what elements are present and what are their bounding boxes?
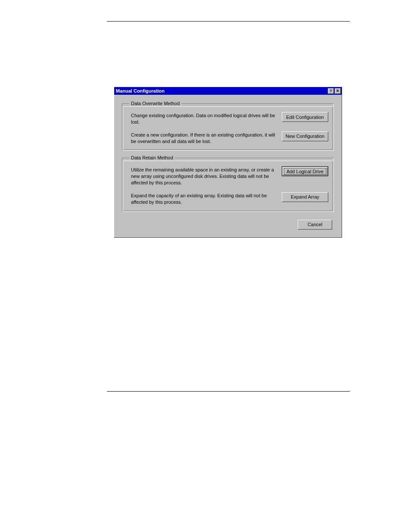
button-label: Cancel — [308, 222, 322, 227]
dialog-title: Manual Configuration — [116, 88, 327, 93]
add-logical-drive-button[interactable]: Add Logical Drive — [282, 166, 328, 176]
help-button[interactable]: ? — [328, 88, 334, 94]
page-rule-top — [107, 21, 350, 22]
new-configuration-row: Create a new configuration. If there is … — [128, 131, 328, 145]
button-label: Edit Configuration — [286, 115, 324, 120]
edit-configuration-text: Change existing configuration. Data on m… — [128, 112, 277, 125]
button-label: Expand Array — [291, 194, 319, 199]
cancel-button[interactable]: Cancel — [298, 220, 332, 230]
close-icon: ✕ — [336, 89, 339, 93]
edit-configuration-button[interactable]: Edit Configuration — [282, 112, 328, 122]
page-rule-bottom — [107, 391, 350, 392]
data-overwrite-method-group: Data Overwrite Method Change existing co… — [122, 101, 334, 151]
help-icon: ? — [330, 89, 332, 93]
dialog-body: Data Overwrite Method Change existing co… — [114, 95, 342, 237]
manual-configuration-dialog: Manual Configuration ? ✕ Data Overwrite … — [114, 87, 342, 238]
data-retain-method-group: Data Retain Method Utilize the remaining… — [122, 155, 334, 212]
expand-array-row: Expand the capacity of an existing array… — [128, 192, 328, 205]
new-configuration-button[interactable]: New Configuration — [282, 131, 328, 141]
group-legend: Data Overwrite Method — [129, 101, 181, 106]
titlebar: Manual Configuration ? ✕ — [114, 87, 342, 95]
new-configuration-text: Create a new configuration. If there is … — [128, 131, 277, 145]
button-label: Add Logical Drive — [286, 169, 324, 174]
dialog-footer: Cancel — [122, 216, 334, 230]
add-logical-drive-row: Utilize the remaining available space in… — [128, 166, 328, 186]
expand-array-text: Expand the capacity of an existing array… — [128, 192, 277, 205]
button-label: New Configuration — [286, 134, 325, 139]
group-legend: Data Retain Method — [129, 155, 175, 160]
expand-array-button[interactable]: Expand Array — [282, 192, 328, 202]
close-button[interactable]: ✕ — [335, 88, 341, 94]
add-logical-drive-text: Utilize the remaining available space in… — [128, 166, 277, 186]
document-page: Manual Configuration ? ✕ Data Overwrite … — [0, 0, 411, 532]
edit-configuration-row: Change existing configuration. Data on m… — [128, 112, 328, 125]
